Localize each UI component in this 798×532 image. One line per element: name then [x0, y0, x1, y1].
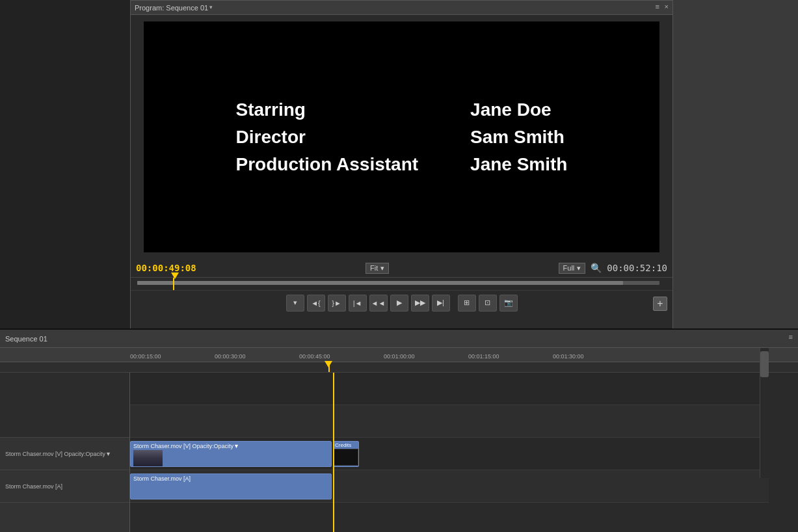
video-preview: Starring Director Production Assistant J…: [144, 21, 659, 252]
track-row-video: Storm Chaser.mov [V] Opacity:Opacity▼ Cr…: [130, 438, 769, 470]
timeline-title: Sequence 01: [5, 335, 47, 343]
timeline-scrollbar-thumb[interactable]: [760, 351, 769, 377]
program-monitor: Program: Sequence 01 ▾ ≡ × Starring Dire…: [130, 0, 673, 332]
left-panel: [0, 0, 130, 328]
track-row-empty-1: [130, 373, 769, 405]
btn-step-back[interactable]: ◄◄: [369, 295, 388, 312]
btn-go-to-in[interactable]: ◄{: [307, 295, 325, 312]
ruler-mark-3: 00:01:00:00: [384, 353, 415, 360]
timecode-end[interactable]: 00:00:52:10: [607, 263, 667, 273]
timeline-playhead-line: [328, 362, 330, 372]
fit-dropdown-arrow: ▾: [380, 264, 384, 273]
panel-close-button[interactable]: ×: [665, 3, 669, 10]
track-audio-title: Storm Chaser.mov [A]: [5, 483, 62, 490]
name-jane-doe: Jane Doe: [470, 100, 567, 120]
quality-label: Full: [563, 264, 575, 272]
timecode-right: Full ▾ 🔍 00:00:52:10: [559, 263, 667, 274]
transport-controls: ▾ ◄{ }► |◄ ◄◄ ▶ ▶▶ ▶| ⊞ ⊡ 📷 +: [131, 290, 672, 315]
zoom-icon[interactable]: 🔍: [591, 263, 602, 273]
role-production-assistant: Production Assistant: [236, 154, 419, 175]
main-container: Program: Sequence 01 ▾ ≡ × Starring Dire…: [0, 0, 798, 532]
ruler-mark-1: 00:00:30:00: [215, 353, 246, 360]
timecode-current[interactable]: 00:00:49:08: [136, 263, 196, 273]
scrubber-fill: [137, 281, 623, 285]
timeline-ruler[interactable]: 00:00:15:00 00:00:30:00 00:00:45:00 00:0…: [0, 348, 798, 362]
scrubber-bar[interactable]: [131, 277, 672, 290]
clip-video-thumbnail: [133, 450, 163, 466]
btn-play[interactable]: ▶: [390, 295, 408, 312]
quality-dropdown[interactable]: Full ▾: [559, 263, 586, 274]
role-starring: Starring: [236, 100, 419, 120]
credits-roles: Starring Director Production Assistant: [236, 100, 419, 175]
ruler-mark-2: 00:00:45:00: [299, 353, 330, 360]
btn-step-back-in[interactable]: |◄: [349, 295, 367, 312]
clip-video-title: Storm Chaser.mov [V] Opacity:Opacity▼: [131, 442, 331, 450]
quality-dropdown-arrow: ▾: [577, 264, 581, 273]
panel-menu-icon[interactable]: ≡: [656, 3, 659, 10]
timecode-bar: 00:00:49:08 Fit ▾ Full ▾ 🔍 00:00:52:10: [131, 259, 672, 277]
ruler-mark-5: 00:01:30:00: [553, 353, 584, 360]
timeline-scrollbar-v[interactable]: [760, 348, 769, 478]
name-sam-smith: Sam Smith: [470, 127, 567, 148]
track-row-audio: Storm Chaser.mov [A]: [130, 470, 769, 503]
track-labels: Storm Chaser.mov [V] Opacity:Opacity▼ St…: [0, 373, 130, 532]
btn-step-forward-out[interactable]: ▶|: [432, 295, 450, 312]
clip-credits[interactable]: Credits: [333, 441, 359, 467]
credits-names: Jane Doe Sam Smith Jane Smith: [470, 100, 567, 175]
btn-overwrite[interactable]: ⊡: [479, 295, 497, 312]
fit-label: Fit: [370, 264, 378, 272]
scrubber-head: [171, 273, 179, 279]
btn-mark-in[interactable]: ▾: [286, 295, 304, 312]
clip-credits-thumbnail: [334, 449, 358, 466]
track-label-empty-1: [0, 373, 129, 438]
btn-export-frame[interactable]: 📷: [499, 295, 518, 312]
track-area[interactable]: Storm Chaser.mov [V] Opacity:Opacity▼ Cr…: [130, 373, 769, 532]
btn-insert[interactable]: ⊞: [458, 295, 476, 312]
track-video-title: Storm Chaser.mov [V] Opacity:Opacity▼: [5, 451, 111, 457]
timeline-content: Storm Chaser.mov [V] Opacity:Opacity▼ St…: [0, 373, 798, 532]
track-label-video: Storm Chaser.mov [V] Opacity:Opacity▼: [0, 438, 129, 470]
clip-storm-chaser-video[interactable]: Storm Chaser.mov [V] Opacity:Opacity▼: [130, 441, 332, 467]
fit-dropdown[interactable]: Fit ▾: [366, 263, 389, 274]
panel-title: Program: Sequence 01: [135, 4, 208, 12]
credits-display: Starring Director Production Assistant J…: [236, 100, 568, 175]
timeline-header: Sequence 01 ≡: [0, 330, 798, 348]
role-director: Director: [236, 127, 419, 148]
clip-audio-title: Storm Chaser.mov [A]: [131, 474, 331, 483]
track-row-empty-2: [130, 405, 769, 438]
timeline-menu-icon[interactable]: ≡: [789, 333, 793, 341]
scrubber-track[interactable]: [137, 281, 659, 285]
clip-storm-chaser-audio[interactable]: Storm Chaser.mov [A]: [130, 473, 332, 499]
btn-go-to-out[interactable]: }►: [328, 295, 346, 312]
timeline-playhead-bar[interactable]: [0, 362, 798, 373]
btn-step-forward[interactable]: ▶▶: [411, 295, 429, 312]
panel-title-dropdown-icon[interactable]: ▾: [209, 4, 217, 12]
timeline-panel: Sequence 01 ≡ 00:00:15:00 00:00:30:00 00…: [0, 328, 798, 532]
name-jane-smith: Jane Smith: [470, 154, 567, 175]
ruler-mark-4: 00:01:15:00: [468, 353, 499, 360]
thumbnail-inner: [133, 450, 163, 466]
add-button[interactable]: +: [653, 297, 667, 311]
ruler-mark-0: 00:00:15:00: [130, 353, 161, 360]
clip-credits-label: Credits: [334, 442, 358, 449]
panel-title-bar: Program: Sequence 01 ▾ ≡ ×: [131, 1, 672, 15]
scrubber-line: [173, 278, 174, 291]
track-label-audio: Storm Chaser.mov [A]: [0, 470, 129, 503]
